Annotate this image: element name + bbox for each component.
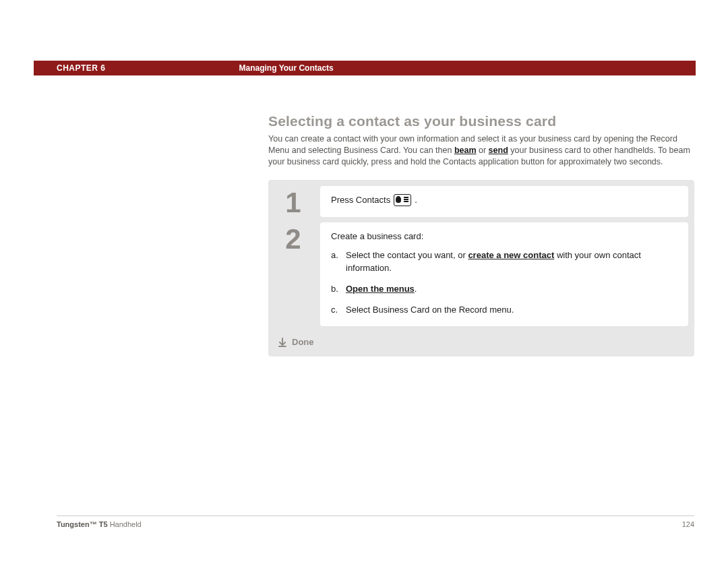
- intro-paragraph: You can create a contact with your own i…: [268, 133, 694, 168]
- page-footer: Tungsten™ T5 Handheld 124: [57, 516, 694, 528]
- substep-b-letter: b.: [331, 283, 340, 296]
- chapter-label: CHAPTER 6: [57, 63, 106, 73]
- substep-b: b. Open the menus.: [331, 283, 677, 296]
- step-1-text: Press Contacts: [331, 194, 390, 207]
- substep-a-before: Select the contact you want, or: [346, 250, 468, 260]
- chapter-title: Managing Your Contacts: [239, 63, 334, 73]
- step-2-lead: Create a business card:: [331, 230, 677, 243]
- substep-a: a. Select the contact you want, or creat…: [331, 249, 677, 275]
- done-label: Done: [292, 337, 314, 347]
- done-row: Done: [274, 332, 688, 350]
- create-new-contact-link[interactable]: create a new contact: [468, 250, 554, 260]
- substep-a-letter: a.: [331, 249, 340, 275]
- step-2: 2 Create a business card: a. Select the …: [274, 222, 688, 326]
- step-1-body: Press Contacts .: [320, 186, 688, 217]
- step-number: 1: [274, 186, 312, 217]
- intro-text-mid: or: [477, 146, 489, 155]
- beam-link[interactable]: beam: [454, 146, 477, 155]
- step-2-body: Create a business card: a. Select the co…: [320, 222, 688, 326]
- step-number: 2: [274, 222, 312, 326]
- chapter-header: CHAPTER 6 Managing Your Contacts: [34, 61, 696, 75]
- step-1: 1 Press Contacts .: [274, 186, 688, 217]
- footer-product: Tungsten™ T5 Handheld: [57, 520, 142, 528]
- steps-container: 1 Press Contacts . 2 Create a business c…: [268, 180, 694, 356]
- down-arrow-icon: [277, 337, 288, 348]
- open-menus-link[interactable]: Open the menus: [346, 284, 415, 294]
- substep-c-text: Select Business Card on the Record menu.: [346, 304, 677, 317]
- page-content: Selecting a contact as your business car…: [268, 113, 694, 356]
- substep-b-period: .: [415, 284, 417, 294]
- footer-product-rest: Handheld: [108, 520, 142, 528]
- send-link[interactable]: send: [489, 146, 508, 155]
- step-1-period: .: [415, 194, 417, 207]
- substep-c-letter: c.: [331, 304, 340, 317]
- substep-c: c. Select Business Card on the Record me…: [331, 304, 677, 317]
- contacts-icon: [394, 194, 411, 206]
- section-heading: Selecting a contact as your business car…: [268, 113, 694, 129]
- footer-page-number: 124: [682, 520, 694, 528]
- footer-product-bold: Tungsten™ T5: [57, 520, 108, 528]
